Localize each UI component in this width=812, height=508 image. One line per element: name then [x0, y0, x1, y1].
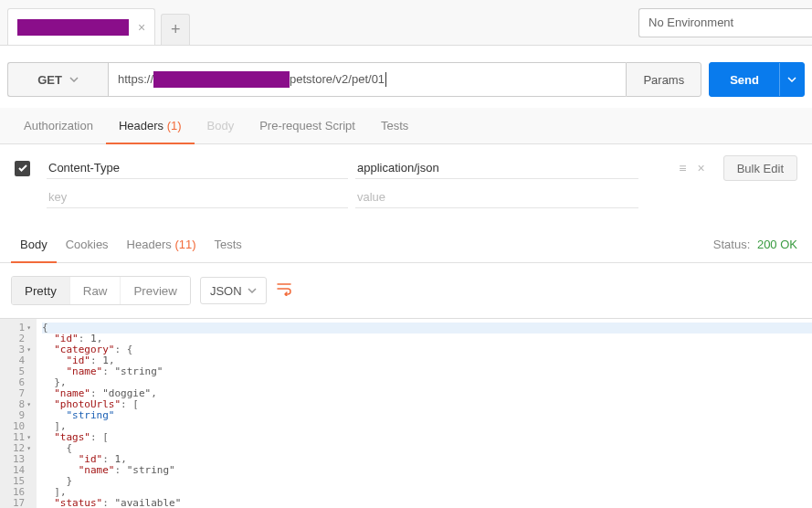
header-row-empty: key value [15, 183, 797, 212]
params-button[interactable]: Params [626, 62, 701, 97]
request-tabs: Authorization Headers (1) Body Pre-reque… [0, 108, 812, 144]
tab-body[interactable]: Body [195, 108, 248, 143]
tabs-area: × + [0, 0, 638, 45]
tab-tests[interactable]: Tests [368, 108, 421, 143]
tab-headers[interactable]: Headers (1) [106, 108, 195, 143]
environment-selector[interactable]: No Environment [638, 8, 812, 37]
send-button[interactable]: Send [709, 62, 805, 97]
status-label: Status: [713, 238, 750, 251]
resp-tab-headers-label: Headers [127, 238, 172, 251]
resp-tab-headers[interactable]: Headers (11) [118, 227, 206, 262]
header-row: Content-Type application/json ≡ × Bulk E… [15, 153, 797, 183]
request-row: GET https://petstore/v2/pet/01 Params Se… [0, 46, 812, 108]
pretty-button[interactable]: Pretty [12, 277, 70, 304]
preview-button[interactable]: Preview [121, 277, 189, 304]
line-gutter: 1▾2 3▾4 5 6 7 8▾9 10 11▾12▾13 14 15 16 1… [0, 319, 37, 508]
tab-headers-count: (1) [167, 119, 182, 132]
status-area: Status: 200 OK [713, 238, 801, 251]
wrap-lines-icon[interactable] [276, 281, 292, 300]
bulk-edit-button[interactable]: Bulk Edit [723, 155, 797, 181]
resp-tab-headers-count: (11) [174, 238, 195, 251]
tab-headers-label: Headers [119, 119, 163, 132]
header-value-input[interactable]: application/json [355, 157, 638, 179]
close-tab-icon[interactable]: × [138, 20, 145, 35]
request-tab[interactable]: × [7, 8, 155, 45]
url-prefix: https:// [118, 63, 153, 96]
send-label[interactable]: Send [710, 63, 779, 96]
chevron-down-icon [69, 77, 79, 82]
header-checkbox[interactable] [15, 161, 30, 176]
text-cursor [385, 72, 386, 87]
chevron-down-icon [787, 77, 796, 82]
header-key-input[interactable]: Content-Type [47, 157, 348, 179]
new-tab-button[interactable]: + [161, 14, 190, 45]
chevron-down-icon [248, 288, 257, 293]
header-value-input[interactable]: value [355, 186, 638, 208]
tab-authorization[interactable]: Authorization [11, 108, 106, 143]
environment-label: No Environment [649, 16, 733, 29]
response-tabs: Body Cookies Headers (11) Tests Status: … [0, 227, 812, 263]
http-method-label: GET [37, 73, 62, 87]
code-content[interactable]: { "id": 1, "category": { "id": 1, "name"… [37, 319, 812, 508]
tab-title-redacted [17, 19, 129, 36]
resp-tab-cookies[interactable]: Cookies [57, 227, 118, 262]
url-redacted [153, 71, 290, 88]
view-mode-group: Pretty Raw Preview [11, 276, 191, 305]
format-label: JSON [210, 284, 242, 298]
status-code: 200 OK [757, 238, 797, 251]
row-actions: ≡ × [679, 161, 704, 175]
raw-button[interactable]: Raw [70, 277, 121, 304]
url-input[interactable]: https://petstore/v2/pet/01 [108, 62, 626, 97]
delete-row-icon[interactable]: × [698, 161, 705, 175]
resp-tab-tests[interactable]: Tests [206, 227, 251, 262]
http-method-selector[interactable]: GET [7, 62, 108, 97]
check-icon [17, 163, 28, 174]
top-bar: × + No Environment [0, 0, 812, 46]
resp-tab-body[interactable]: Body [11, 227, 57, 262]
viewer-toolbar: Pretty Raw Preview JSON [0, 263, 812, 318]
drag-handle-icon[interactable]: ≡ [679, 161, 686, 175]
format-selector[interactable]: JSON [200, 277, 267, 304]
params-label: Params [643, 73, 684, 87]
code-viewer: 1▾2 3▾4 5 6 7 8▾9 10 11▾12▾13 14 15 16 1… [0, 318, 812, 508]
headers-editor: Content-Type application/json ≡ × Bulk E… [0, 144, 812, 219]
send-dropdown[interactable] [779, 63, 804, 96]
header-key-input[interactable]: key [47, 186, 348, 208]
url-suffix: petstore/v2/pet/01 [290, 63, 385, 96]
tab-prerequest[interactable]: Pre-request Script [247, 108, 368, 143]
